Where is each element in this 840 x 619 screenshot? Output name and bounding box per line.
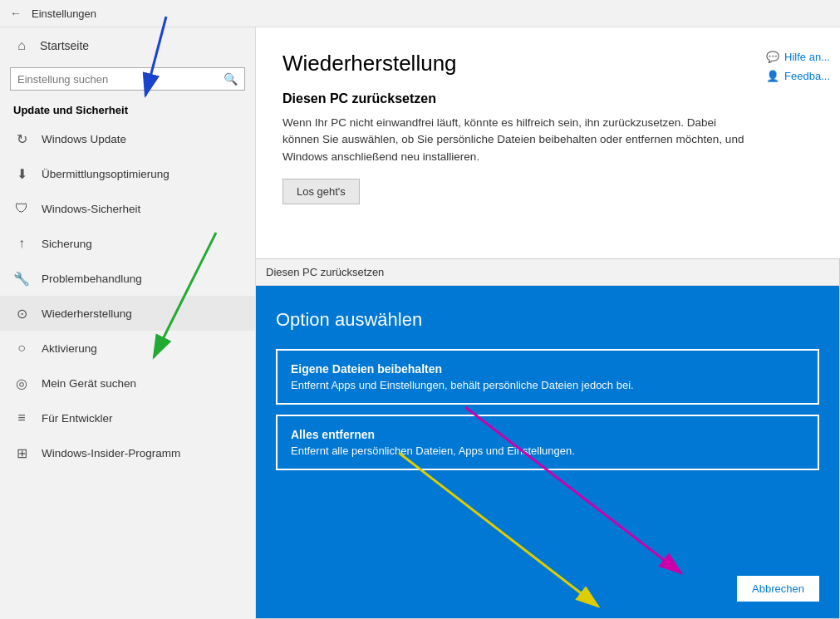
feedback-label: Feedba... <box>784 70 830 82</box>
sidebar-item-label: Windows-Sicherheit <box>42 203 140 215</box>
dialog-heading: Option auswählen <box>276 309 819 331</box>
reset-section-title: Diesen PC zurücksetzen <box>282 91 813 106</box>
security-icon: 🛡 <box>13 200 30 217</box>
sidebar-item-activation[interactable]: ○ Aktivierung <box>0 331 255 366</box>
sidebar-item-windows-update[interactable]: ↻ Windows Update <box>0 121 255 156</box>
sidebar: ⌂ Startseite 🔍 Update und Sicherheit ↻ W… <box>0 27 256 619</box>
sidebar-item-label: Aktivierung <box>42 342 97 355</box>
backup-icon: ↑ <box>13 235 30 252</box>
title-bar: ← Einstellungen <box>0 0 840 27</box>
option-remove-all[interactable]: Alles entfernen Entfernt alle persönlich… <box>276 415 819 470</box>
hilfe-link[interactable]: 💬 Hilfe an... <box>766 51 830 63</box>
helper-links: 💬 Hilfe an... 👤 Feedba... <box>766 51 840 82</box>
find-device-icon: ◎ <box>13 375 30 391</box>
windows-update-icon: ↻ <box>13 130 30 147</box>
cancel-button[interactable]: Abbrechen <box>737 576 819 602</box>
sidebar-item-home[interactable]: ⌂ Startseite <box>0 27 255 64</box>
sidebar-section-header: Update und Sicherheit <box>0 97 255 121</box>
dialog-title-bar: Diesen PC zurücksetzen <box>256 259 839 286</box>
sidebar-item-troubleshoot[interactable]: 🔧 Problembehandlung <box>0 261 255 296</box>
activation-icon: ○ <box>13 340 30 356</box>
search-icon: 🔍 <box>224 72 238 86</box>
feedback-icon: 👤 <box>766 70 779 82</box>
main-layout: ⌂ Startseite 🔍 Update und Sicherheit ↻ W… <box>0 27 840 619</box>
window-title: Einstellungen <box>32 7 96 20</box>
recovery-icon: ⊙ <box>13 305 30 322</box>
sidebar-item-label: Für Entwickler <box>42 412 113 425</box>
sidebar-item-windows-security[interactable]: 🛡 Windows-Sicherheit <box>0 191 255 226</box>
sidebar-item-backup[interactable]: ↑ Sicherung <box>0 226 255 261</box>
home-label: Startseite <box>40 39 89 52</box>
delivery-icon: ⬇ <box>13 165 30 182</box>
sidebar-item-label: Mein Gerät suchen <box>42 377 136 390</box>
hilfe-icon: 💬 <box>766 51 779 63</box>
reset-dialog: Diesen PC zurücksetzen Option auswählen … <box>256 258 840 619</box>
sidebar-item-find-device[interactable]: ◎ Mein Gerät suchen <box>0 366 255 400</box>
option-keep-files-desc: Entfernt Apps und Einstellungen, behält … <box>291 379 804 391</box>
developers-icon: ≡ <box>13 410 30 426</box>
reset-description: Wenn Ihr PC nicht einwandfrei läuft, kön… <box>282 115 748 165</box>
sidebar-item-label: Sicherung <box>42 238 92 250</box>
home-icon: ⌂ <box>13 37 30 54</box>
troubleshoot-icon: 🔧 <box>13 270 30 287</box>
page-title: Wiederherstellung <box>282 51 813 76</box>
sidebar-item-label: Windows Update <box>42 133 126 145</box>
dialog-body: Option auswählen Eigene Dateien beibehal… <box>256 286 839 618</box>
los-gehts-button[interactable]: Los geht's <box>282 179 360 204</box>
option-keep-files-title: Eigene Dateien beibehalten <box>291 362 804 376</box>
sidebar-item-label: Übermittlungsoptimierung <box>42 168 169 180</box>
content-area: 💬 Hilfe an... 👤 Feedba... Wiederherstell… <box>256 27 840 619</box>
back-button[interactable]: ← <box>10 7 22 20</box>
sidebar-item-delivery-optimization[interactable]: ⬇ Übermittlungsoptimierung <box>0 156 255 191</box>
sidebar-item-insider[interactable]: ⊞ Windows-Insider-Programm <box>0 435 255 470</box>
insider-icon: ⊞ <box>13 445 30 461</box>
sidebar-item-recovery[interactable]: ⊙ Wiederherstellung <box>0 296 255 331</box>
sidebar-item-label: Wiederherstellung <box>42 307 132 320</box>
sidebar-item-developers[interactable]: ≡ Für Entwickler <box>0 400 255 435</box>
sidebar-item-label: Windows-Insider-Programm <box>42 447 180 459</box>
sidebar-item-label: Problembehandlung <box>42 273 142 285</box>
hilfe-label: Hilfe an... <box>784 51 830 63</box>
search-input[interactable] <box>17 73 224 86</box>
option-remove-all-desc: Entfernt alle persönlichen Dateien, Apps… <box>291 445 804 457</box>
search-box: 🔍 <box>10 67 245 91</box>
feedback-link[interactable]: 👤 Feedba... <box>766 70 830 82</box>
option-keep-files[interactable]: Eigene Dateien beibehalten Entfernt Apps… <box>276 349 819 405</box>
dialog-footer: Abbrechen <box>276 576 819 602</box>
option-remove-all-title: Alles entfernen <box>291 428 804 441</box>
